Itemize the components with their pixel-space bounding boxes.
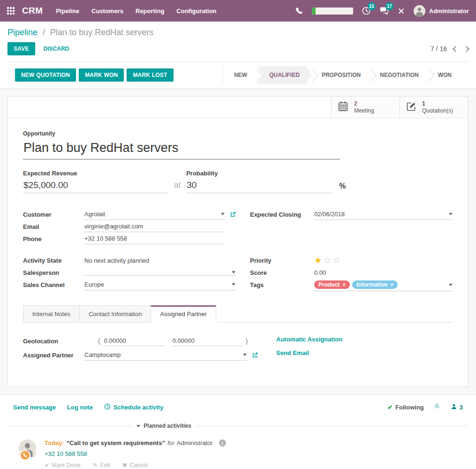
x-icon: ✖ xyxy=(122,461,127,469)
tag-remove-icon[interactable]: × xyxy=(342,281,346,288)
stage-qualified[interactable]: QUALIFIED xyxy=(257,66,312,84)
nav-menu: Pipeline Customers Reporting Configurati… xyxy=(56,8,216,15)
tag-label: Product xyxy=(318,281,340,288)
activities-clock-icon[interactable]: 15 xyxy=(362,6,371,15)
chatter: Send message Log note Schedule activity … xyxy=(0,394,476,469)
quotations-stat-button[interactable]: 1 Quotation(s) xyxy=(400,97,468,118)
automatic-assignation-link[interactable]: Automatic Assignation xyxy=(276,336,342,343)
meetings-stat-button[interactable]: 2 Meeting xyxy=(331,97,400,118)
stage-proposition[interactable]: PROPOSITION xyxy=(312,66,370,84)
tab-contact-information[interactable]: Contact Information xyxy=(79,305,151,322)
expected-revenue-input[interactable] xyxy=(23,179,168,193)
top-nav: CRM Pipeline Customers Reporting Configu… xyxy=(0,0,476,22)
schedule-activity-button[interactable]: Schedule activity xyxy=(104,403,163,411)
user-name: Administrator xyxy=(429,8,469,15)
email-input[interactable] xyxy=(84,223,225,230)
goal-progress-bar[interactable] xyxy=(312,8,353,15)
check-icon: ✔ xyxy=(45,461,49,469)
email-label: Email xyxy=(23,223,84,230)
discard-button[interactable]: DISCARD xyxy=(44,45,69,52)
planned-activities-label: Planned activities xyxy=(144,423,191,429)
phone-input[interactable] xyxy=(84,235,225,242)
probability-input[interactable] xyxy=(186,179,332,193)
cancel-activity-button[interactable]: ✖ Cancel xyxy=(122,461,148,469)
tab-internal-notes[interactable]: Internal Notes xyxy=(23,305,80,322)
activity-assignee: Administrator xyxy=(177,439,213,446)
chevron-down-icon xyxy=(449,213,453,215)
pager-next-icon[interactable] xyxy=(463,46,469,52)
customer-external-link-icon[interactable] xyxy=(230,212,236,218)
user-menu[interactable]: Administrator xyxy=(414,5,469,17)
probability-label: Probability xyxy=(186,170,332,177)
pager-previous-icon[interactable] xyxy=(453,46,459,52)
activities-badge: 15 xyxy=(368,2,376,10)
planned-activities-toggle[interactable]: Planned activities xyxy=(8,423,468,429)
schedule-activity-label: Schedule activity xyxy=(113,404,163,411)
tag-remove-icon[interactable]: × xyxy=(390,281,393,288)
quotations-label: Quotation(s) xyxy=(422,107,453,114)
meetings-count: 2 xyxy=(354,100,374,107)
pager-value: 7 / 16 xyxy=(431,45,447,53)
header-buttons: NEW QUOTATION MARK WON MARK LOST xyxy=(15,68,174,82)
new-quotation-button[interactable]: NEW QUOTATION xyxy=(15,68,76,82)
activity-phone-link[interactable]: +32 10 588 558 xyxy=(45,450,87,457)
chevron-down-icon xyxy=(221,213,225,215)
assigned-partner-external-link-icon[interactable] xyxy=(252,352,258,358)
tags-field[interactable]: Product × Information × xyxy=(314,279,453,291)
chevron-down-icon xyxy=(449,284,453,286)
nav-item-reporting[interactable]: Reporting xyxy=(136,8,164,15)
app-name[interactable]: CRM xyxy=(22,6,43,16)
breadcrumb-pipeline[interactable]: Pipeline xyxy=(8,28,38,37)
bell-icon[interactable] xyxy=(433,402,441,412)
percent-suffix: % xyxy=(339,182,346,193)
tag-product[interactable]: Product × xyxy=(314,280,350,289)
activity-for-word: for xyxy=(167,439,174,446)
salesperson-field[interactable] xyxy=(84,269,236,276)
customer-field[interactable]: Agrolait xyxy=(84,209,225,220)
stage-negotiation[interactable]: NEGOTIATION xyxy=(370,66,428,84)
quotations-count: 1 xyxy=(422,100,453,107)
tag-information[interactable]: Information × xyxy=(352,280,398,289)
phone-field[interactable] xyxy=(84,233,225,244)
phone-icon[interactable] xyxy=(295,7,303,15)
cancel-label: Cancel xyxy=(129,462,148,469)
following-toggle[interactable]: ✔ Following xyxy=(387,404,424,411)
star-empty-icon[interactable]: ☆ xyxy=(333,256,340,265)
tab-assigned-partner[interactable]: Assigned Partner xyxy=(151,305,216,323)
expected-closing-field[interactable]: 02/06/2018 xyxy=(314,209,453,220)
mark-won-button[interactable]: MARK WON xyxy=(79,68,124,82)
messages-icon[interactable]: 17 xyxy=(379,6,389,15)
sales-channel-field[interactable]: Europe xyxy=(84,279,236,290)
priority-stars: ★ ☆ ☆ xyxy=(314,254,453,266)
latitude-input[interactable] xyxy=(103,336,165,346)
send-email-link[interactable]: Send Email xyxy=(276,349,342,356)
form-background: 2 Meeting 1 Quotation(s) Opportunity Exp… xyxy=(0,88,476,394)
opportunity-title-input[interactable] xyxy=(23,138,340,159)
calendar-icon xyxy=(337,100,349,114)
apps-grid-icon[interactable] xyxy=(7,7,15,15)
chevron-down-icon xyxy=(232,283,235,286)
assigned-partner-field[interactable]: Camptocamp xyxy=(84,349,247,361)
nav-item-configuration[interactable]: Configuration xyxy=(176,8,216,15)
phone-label: Phone xyxy=(23,235,84,242)
tools-icon[interactable] xyxy=(397,7,405,15)
nav-item-customers[interactable]: Customers xyxy=(91,8,123,15)
nav-item-pipeline[interactable]: Pipeline xyxy=(56,8,79,15)
notebook-tabs: Internal Notes Contact Information Assig… xyxy=(23,305,453,323)
send-message-button[interactable]: Send message xyxy=(13,404,56,411)
log-note-button[interactable]: Log note xyxy=(67,404,93,411)
chevron-down-icon xyxy=(232,271,235,273)
followers-button[interactable]: 3 xyxy=(451,403,463,411)
info-icon[interactable]: i xyxy=(219,439,226,446)
save-button[interactable]: SAVE xyxy=(8,42,35,55)
email-field[interactable] xyxy=(84,221,225,232)
caret-down-icon xyxy=(136,425,140,427)
star-empty-icon[interactable]: ☆ xyxy=(324,256,331,265)
star-filled-icon[interactable]: ★ xyxy=(314,256,322,265)
longitude-input[interactable] xyxy=(172,336,243,346)
activity-state-value: No next activity planned xyxy=(84,255,236,266)
edit-activity-button[interactable]: ✎ Edit xyxy=(93,461,110,469)
tags-label: Tags xyxy=(250,281,314,288)
mark-done-button[interactable]: ✔ Mark Done xyxy=(45,461,81,469)
mark-lost-button[interactable]: MARK LOST xyxy=(127,68,173,82)
